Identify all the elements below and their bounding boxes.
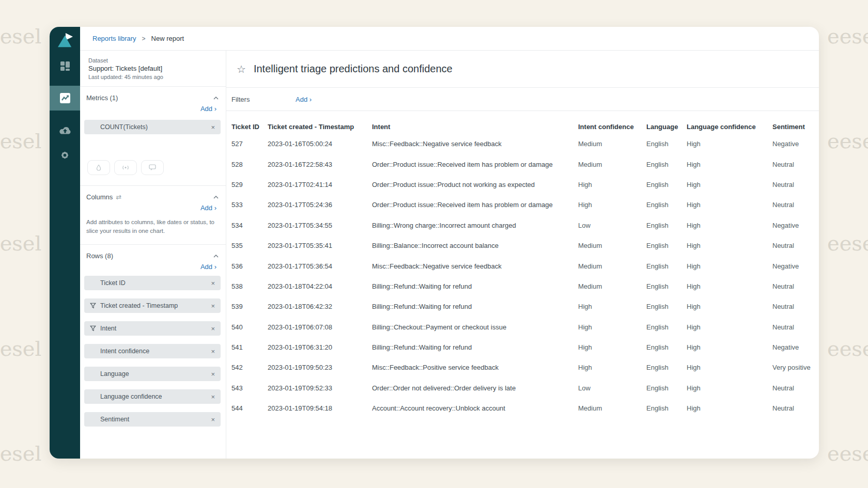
cell-ticket-id: 543 bbox=[231, 384, 268, 392]
cell-ticket-created: 2023-01-17T05:24:36 bbox=[268, 201, 372, 209]
metric-tools bbox=[87, 160, 226, 185]
cell-sentiment: Negative bbox=[772, 343, 819, 351]
remove-attribute-icon[interactable]: × bbox=[211, 393, 215, 400]
table-row[interactable]: 534 2023-01-17T05:34:55 Billing::Wrong c… bbox=[231, 215, 819, 235]
column-header-ticket-id[interactable]: Ticket ID bbox=[231, 123, 268, 131]
report-config-panel: Dataset Support: Tickets [default] Last … bbox=[80, 51, 226, 459]
color-tool-button[interactable] bbox=[87, 160, 110, 175]
table-row[interactable]: 527 2023-01-16T05:00:24 Misc::Feedback::… bbox=[231, 134, 819, 154]
cell-language-confidence: High bbox=[687, 303, 772, 310]
row-attribute-pill[interactable]: Language confidence × bbox=[84, 389, 221, 404]
sidebar-item-upload[interactable] bbox=[50, 118, 80, 143]
row-attribute-pill[interactable]: Sentiment × bbox=[84, 412, 221, 427]
dashboards-icon bbox=[59, 60, 71, 72]
filters-row: Filters Add › bbox=[226, 88, 819, 111]
cell-intent-confidence: Low bbox=[578, 222, 646, 229]
remove-attribute-icon[interactable]: × bbox=[211, 325, 215, 332]
cell-language: English bbox=[646, 161, 687, 168]
cell-language-confidence: High bbox=[687, 404, 772, 412]
cell-intent-confidence: Medium bbox=[578, 282, 646, 290]
filters-add-button[interactable]: Add › bbox=[296, 96, 312, 103]
column-header-intent[interactable]: Intent bbox=[372, 123, 578, 131]
row-attribute-pill[interactable]: Intent × bbox=[84, 321, 221, 336]
rows-add-button[interactable]: Add › bbox=[200, 263, 216, 271]
cell-ticket-created: 2023-01-19T09:52:33 bbox=[268, 384, 372, 392]
sidebar-item-reports[interactable] bbox=[50, 86, 80, 111]
cell-sentiment: Neutral bbox=[772, 384, 819, 392]
table-row[interactable]: 543 2023-01-19T09:52:33 Order::Order not… bbox=[231, 378, 819, 398]
metric-pill[interactable]: COUNT(Tickets) × bbox=[84, 120, 221, 134]
favorite-star-icon[interactable]: ☆ bbox=[237, 63, 246, 75]
row-attribute-label: Language confidence bbox=[100, 393, 162, 400]
cell-sentiment: Negative bbox=[772, 222, 819, 229]
cell-intent: Order::Product issue::Received item has … bbox=[372, 161, 578, 168]
table-row[interactable]: 533 2023-01-17T05:24:36 Order::Product i… bbox=[231, 195, 819, 215]
watermark-text: eesel bbox=[827, 338, 868, 359]
cell-ticket-id: 527 bbox=[231, 140, 268, 148]
dataset-last-updated: Last updated: 45 minutes ago bbox=[88, 74, 218, 80]
chevron-up-icon[interactable] bbox=[213, 255, 219, 258]
forecast-tool-button[interactable] bbox=[114, 160, 137, 175]
row-attribute-pill[interactable]: Language × bbox=[84, 367, 221, 381]
cell-intent-confidence: Low bbox=[578, 384, 646, 392]
remove-attribute-icon[interactable]: × bbox=[211, 371, 215, 377]
swap-axes-icon[interactable]: ⇄ bbox=[116, 193, 121, 201]
cell-intent: Order::Product issue::Product not workin… bbox=[372, 181, 578, 188]
table-row[interactable]: 544 2023-01-19T09:54:18 Account::Account… bbox=[231, 398, 819, 418]
cell-ticket-id: 544 bbox=[231, 404, 268, 412]
breadcrumb-reports-library[interactable]: Reports library bbox=[92, 35, 136, 42]
table-row[interactable]: 539 2023-01-18T06:42:32 Billing::Refund:… bbox=[231, 296, 819, 317]
cell-intent: Account::Account recovery::Unblock accou… bbox=[372, 404, 578, 412]
cell-sentiment: Negative bbox=[772, 140, 819, 148]
chevron-up-icon[interactable] bbox=[213, 196, 219, 199]
cell-sentiment: Neutral bbox=[772, 181, 819, 188]
table-row[interactable]: 536 2023-01-17T05:36:54 Misc::Feedback::… bbox=[231, 256, 819, 276]
app-window: Reports library > New report Dataset Sup… bbox=[50, 27, 819, 459]
row-attribute-pill[interactable]: Intent confidence × bbox=[84, 344, 221, 358]
main-column: Reports library > New report Dataset Sup… bbox=[80, 27, 819, 459]
remove-attribute-icon[interactable]: × bbox=[211, 348, 215, 355]
app-logo[interactable] bbox=[50, 27, 80, 54]
cell-intent: Billing::Checkout::Payment or checkout i… bbox=[372, 323, 578, 331]
row-attribute-pill[interactable]: Ticket ID × bbox=[84, 276, 221, 290]
report-area: ☆ Intelligent triage predictions and con… bbox=[226, 51, 819, 459]
cell-language: English bbox=[646, 364, 687, 371]
watermark-text: eesel bbox=[827, 233, 868, 254]
comment-icon bbox=[149, 164, 156, 171]
column-header-sentiment[interactable]: Sentiment bbox=[772, 123, 819, 131]
cell-sentiment: Very positive bbox=[772, 364, 819, 371]
cell-sentiment: Neutral bbox=[772, 282, 819, 290]
cell-intent-confidence: High bbox=[578, 201, 646, 209]
table-row[interactable]: 529 2023-01-17T02:41:14 Order::Product i… bbox=[231, 175, 819, 195]
metrics-add-button[interactable]: Add › bbox=[200, 105, 216, 113]
cell-language-confidence: High bbox=[687, 161, 772, 168]
table-row[interactable]: 541 2023-01-19T06:31:20 Billing::Refund:… bbox=[231, 337, 819, 357]
table-row[interactable]: 540 2023-01-19T06:07:08 Billing::Checkou… bbox=[231, 317, 819, 337]
column-header-language[interactable]: Language bbox=[646, 123, 687, 131]
chevron-up-icon[interactable] bbox=[213, 97, 219, 100]
remove-metric-icon[interactable]: × bbox=[211, 124, 215, 131]
column-header-intent-confidence[interactable]: Intent confidence bbox=[578, 123, 646, 131]
remove-attribute-icon[interactable]: × bbox=[211, 303, 215, 309]
columns-helper-text: Add attributes to columns, like dates or… bbox=[86, 218, 218, 235]
cell-intent: Order::Order not delivered::Order delive… bbox=[372, 384, 578, 392]
cell-intent-confidence: Medium bbox=[578, 262, 646, 270]
cell-sentiment: Neutral bbox=[772, 303, 819, 310]
remove-attribute-icon[interactable]: × bbox=[211, 280, 215, 287]
table-row[interactable]: 528 2023-01-16T22:58:43 Order::Product i… bbox=[231, 154, 819, 174]
row-attribute-pill[interactable]: Ticket created - Timestamp × bbox=[84, 298, 221, 313]
column-header-language-confidence[interactable]: Language confidence bbox=[687, 123, 772, 131]
table-row[interactable]: 535 2023-01-17T05:35:41 Billing::Balance… bbox=[231, 235, 819, 256]
cell-ticket-id: 535 bbox=[231, 242, 268, 249]
table-row[interactable]: 538 2023-01-18T04:22:04 Billing::Refund:… bbox=[231, 276, 819, 296]
remove-attribute-icon[interactable]: × bbox=[211, 416, 215, 423]
cell-intent: Order::Product issue::Received item has … bbox=[372, 201, 578, 209]
column-header-ticket-created[interactable]: Ticket created - Timestamp bbox=[268, 123, 372, 131]
annotation-tool-button[interactable] bbox=[141, 160, 164, 175]
table-row[interactable]: 542 2023-01-19T09:50:23 Misc::Feedback::… bbox=[231, 357, 819, 377]
sidebar-item-settings[interactable] bbox=[50, 143, 80, 167]
rows-section: Rows (8) Add › Ticket ID × Ticket create… bbox=[80, 245, 226, 459]
columns-add-button[interactable]: Add › bbox=[200, 204, 216, 212]
report-title[interactable]: Intelligent triage predictions and confi… bbox=[254, 63, 453, 75]
sidebar-item-dashboards[interactable] bbox=[50, 54, 80, 78]
